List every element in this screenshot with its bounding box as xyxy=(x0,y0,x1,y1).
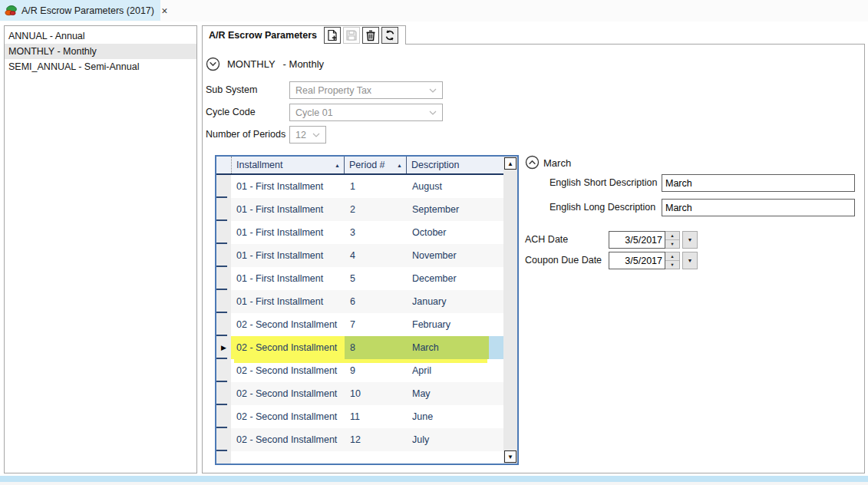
table-row[interactable]: 01 - First Installment6January xyxy=(216,290,517,313)
dropdown-arrow-icon: ▼ xyxy=(688,237,693,242)
cell-description[interactable]: January xyxy=(407,290,503,313)
row-selector[interactable] xyxy=(216,382,231,405)
english-long-description-field[interactable] xyxy=(662,199,855,216)
table-row[interactable]: 01 - First Installment5December xyxy=(216,267,517,290)
sub-system-select[interactable]: Real Property Tax xyxy=(289,81,443,99)
row-selector[interactable] xyxy=(216,313,231,336)
column-header-description[interactable]: Description xyxy=(407,157,503,173)
number-of-periods-select[interactable]: 12 xyxy=(289,126,326,144)
cell-description[interactable]: May xyxy=(407,382,503,405)
spinner-down-button[interactable]: ▼ xyxy=(665,260,679,269)
table-row[interactable]: 01 - First Installment4November xyxy=(216,244,517,267)
table-row[interactable]: 01 - First Installment2September xyxy=(216,198,517,221)
cell-description[interactable]: August xyxy=(407,175,503,198)
column-header-installment[interactable]: Installment ▲ xyxy=(231,157,345,173)
cell-installment[interactable]: 02 - Second Installment xyxy=(231,313,345,336)
cell-installment[interactable]: 01 - First Installment xyxy=(231,198,345,221)
bottom-accent-bar xyxy=(0,476,868,482)
table-row[interactable]: 02 - Second Installment10May xyxy=(216,382,517,405)
cell-description[interactable]: November xyxy=(407,244,503,267)
row-selector[interactable] xyxy=(216,198,231,221)
column-header-period[interactable]: Period # ▲ xyxy=(345,157,407,173)
row-selector[interactable] xyxy=(216,175,231,198)
app-window: A/R Escrow Parameters (2017) ✕ ANNUAL - … xyxy=(0,0,868,485)
spinner-down-button[interactable]: ▼ xyxy=(665,239,679,248)
cell-description[interactable]: June xyxy=(407,405,503,428)
chevron-down-icon xyxy=(429,111,437,115)
escrow-type-list: ANNUAL - AnnualMONTHLY - MonthlySEMI_ANN… xyxy=(4,25,197,473)
cell-period[interactable]: 11 xyxy=(345,405,407,428)
current-row-pointer-icon: ▶ xyxy=(221,345,226,351)
cell-period[interactable]: 1 xyxy=(345,175,407,198)
calendar-dropdown-button[interactable]: ▼ xyxy=(682,252,698,269)
cell-period[interactable]: 7 xyxy=(345,313,407,336)
cell-description[interactable]: February xyxy=(407,313,503,336)
spinner-up-button[interactable]: ▲ xyxy=(665,252,679,260)
table-row[interactable]: 01 - First Installment1August xyxy=(216,175,517,198)
table-row[interactable]: ▶02 - Second Installment8March xyxy=(216,336,517,359)
refresh-button[interactable] xyxy=(381,27,398,44)
ach-date-field[interactable] xyxy=(609,231,665,249)
detail-collapse-chevron-up-icon[interactable] xyxy=(525,155,540,170)
cell-period[interactable]: 8 xyxy=(345,336,407,359)
row-selector[interactable] xyxy=(216,221,231,244)
coupon-due-date-field[interactable] xyxy=(609,252,665,269)
cell-description[interactable]: July xyxy=(407,428,503,451)
cell-installment[interactable]: 01 - First Installment xyxy=(231,175,345,198)
cell-installment[interactable]: 01 - First Installment xyxy=(231,244,345,267)
cell-installment[interactable]: 01 - First Installment xyxy=(231,267,345,290)
list-item[interactable]: MONTHLY - Monthly xyxy=(5,44,196,59)
table-row[interactable]: 02 - Second Installment12July xyxy=(216,428,517,451)
section-header: MONTHLY - Monthly xyxy=(206,56,324,71)
cell-description[interactable]: September xyxy=(407,198,503,221)
row-selector[interactable] xyxy=(216,267,231,290)
highlight-annotation xyxy=(234,359,487,363)
table-row[interactable]: 02 - Second Installment11June xyxy=(216,405,517,428)
row-selector[interactable] xyxy=(216,405,231,428)
grid-scrollbar[interactable]: ▲ ▼ xyxy=(503,157,517,464)
save-icon xyxy=(345,29,358,41)
list-item[interactable]: SEMI_ANNUAL - Semi-Annual xyxy=(5,59,196,74)
cell-description[interactable]: October xyxy=(407,221,503,244)
cell-description[interactable]: March xyxy=(407,336,503,359)
save-button[interactable] xyxy=(343,27,360,44)
cell-installment[interactable]: 01 - First Installment xyxy=(231,221,345,244)
row-selector-current[interactable]: ▶ xyxy=(216,336,231,359)
column-label: Description xyxy=(411,160,460,170)
table-row[interactable]: 01 - First Installment3October xyxy=(216,221,517,244)
cell-period[interactable]: 12 xyxy=(345,428,407,451)
ach-date-label: ACH Date xyxy=(525,234,568,245)
collapse-chevron-down-icon[interactable] xyxy=(206,57,220,71)
row-selector[interactable] xyxy=(216,244,231,267)
cycle-code-select[interactable]: Cycle 01 xyxy=(289,104,443,121)
spinner-up-button[interactable]: ▲ xyxy=(665,232,679,239)
document-tab[interactable]: A/R Escrow Parameters (2017) ✕ xyxy=(0,0,160,21)
escrow-app-icon xyxy=(5,5,17,17)
cell-period[interactable]: 3 xyxy=(345,221,407,244)
new-record-button[interactable] xyxy=(324,27,341,44)
delete-button[interactable] xyxy=(362,27,379,44)
cell-installment[interactable]: 02 - Second Installment xyxy=(231,428,345,451)
calendar-dropdown-button[interactable]: ▼ xyxy=(682,231,698,249)
cell-period[interactable]: 5 xyxy=(345,267,407,290)
scroll-up-button[interactable]: ▲ xyxy=(504,157,517,170)
cell-installment[interactable]: 02 - Second Installment xyxy=(231,382,345,405)
cell-installment[interactable]: 02 - Second Installment xyxy=(231,405,345,428)
cell-description[interactable]: December xyxy=(407,267,503,290)
list-item[interactable]: ANNUAL - Annual xyxy=(5,28,196,44)
cell-period[interactable]: 10 xyxy=(345,382,407,405)
english-short-description-field[interactable] xyxy=(662,174,855,192)
table-row[interactable]: 02 - Second Installment7February xyxy=(216,313,517,336)
tab-close-icon[interactable]: ✕ xyxy=(161,6,168,15)
grid-empty-area xyxy=(216,451,517,464)
cell-period[interactable]: 2 xyxy=(345,198,407,221)
row-selector[interactable] xyxy=(216,359,231,382)
cell-installment[interactable]: 02 - Second Installment xyxy=(231,336,345,359)
cell-installment[interactable]: 01 - First Installment xyxy=(231,290,345,313)
cell-period[interactable]: 4 xyxy=(345,244,407,267)
scrollbar-track[interactable] xyxy=(503,170,517,450)
row-selector[interactable] xyxy=(216,290,231,313)
cell-period[interactable]: 6 xyxy=(345,290,407,313)
scroll-down-button[interactable]: ▼ xyxy=(504,450,517,463)
row-selector[interactable] xyxy=(216,428,231,451)
